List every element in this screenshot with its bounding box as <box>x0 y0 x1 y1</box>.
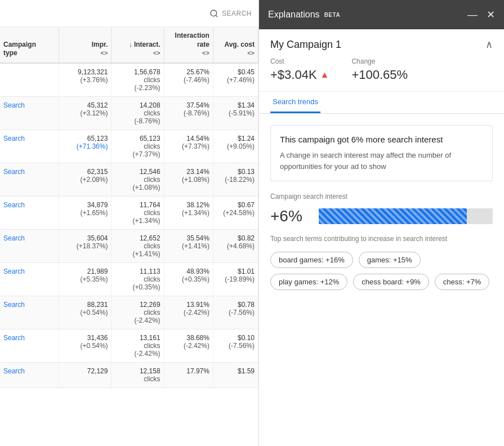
row-interact: 14,208clicks(-8.76%) <box>111 96 164 130</box>
insight-title: This campaign got 6% more search interes… <box>280 135 483 144</box>
cost-amount: +$3.04K <box>270 68 317 82</box>
row-impr: 34,879(+1.65%) <box>59 196 111 229</box>
row-cost: $0.13(-18.22%) <box>213 163 258 196</box>
row-type: Search <box>0 262 59 296</box>
row-interact: 11,764clicks(+1.34%) <box>111 196 164 229</box>
panel-header: Explanations BETA — ✕ <box>259 0 504 29</box>
row-cost: $1.59 <box>213 362 258 387</box>
table-row: Search 88,231(+0.54%) 12,269clicks(-2.42… <box>0 296 258 329</box>
search-icon-wrap: SEARCH <box>209 9 252 18</box>
table-row: Search 31,436(+0.54%) 13,161clicks(-2.42… <box>0 329 258 362</box>
tag-pill[interactable]: chess board: +9% <box>353 274 429 290</box>
row-impr: 31,436(+0.54%) <box>59 329 111 362</box>
row-type: Search <box>0 196 59 229</box>
col-interact-rate[interactable]: Interactionrate <> <box>164 27 213 63</box>
interest-section-label: Campaign search interest <box>270 193 493 200</box>
row-rate: 35.54%(+1.41%) <box>164 229 213 262</box>
table-row: Search 45,312(+3.12%) 14,208clicks(-8.76… <box>0 96 258 130</box>
insight-description: A change in search interest may affect t… <box>280 150 483 172</box>
tab-search-trends[interactable]: Search trends <box>270 92 320 113</box>
row-cost: $0.67(+24.58%) <box>213 196 258 229</box>
change-value: +100.65% <box>351 68 408 82</box>
interest-bar-container <box>319 208 493 224</box>
summary-cost: $0.45(+7.46%) <box>213 63 258 97</box>
row-impr: 88,231(+0.54%) <box>59 296 111 329</box>
summary-impr: 9,123,321(+3.76%) <box>59 63 111 97</box>
interest-bar-row: +6% <box>270 207 493 225</box>
table-row: Search 72,129 12,158clicks 17.97% $1.59 <box>0 362 258 387</box>
interest-percentage: +6% <box>270 207 310 225</box>
row-interact: 12,158clicks <box>111 362 164 387</box>
campaign-section: My Campaign 1 ∧ Cost +$3.04K ▲ Change +1… <box>259 29 504 92</box>
minimize-button[interactable]: — <box>467 10 478 20</box>
col-interact[interactable]: ↓ Interact. <> <box>111 27 164 63</box>
row-cost: $0.10(-7.56%) <box>213 329 258 362</box>
row-cost: $1.34(-5.91%) <box>213 96 258 130</box>
row-impr: 45,312(+3.12%) <box>59 96 111 130</box>
row-rate: 17.97% <box>164 362 213 387</box>
search-icon <box>209 9 218 18</box>
row-type: Search <box>0 296 59 329</box>
row-rate: 13.91%(-2.42%) <box>164 296 213 329</box>
table-panel: SEARCH Campaigntype Impr. <> ↓ Interact.… <box>0 0 259 446</box>
table-row: Search 34,879(+1.65%) 11,764clicks(+1.34… <box>0 196 258 229</box>
bar-stripes <box>319 208 467 224</box>
row-rate: 38.12%(+1.34%) <box>164 196 213 229</box>
tag-pill[interactable]: play games: +12% <box>270 274 347 290</box>
terms-label: Top search terms contributing to increas… <box>270 234 493 244</box>
close-button[interactable]: ✕ <box>487 10 495 20</box>
row-interact: 13,161clicks(-2.42%) <box>111 329 164 362</box>
row-rate: 14.54%(+7.37%) <box>164 130 213 163</box>
row-rate: 23.14%(+1.08%) <box>164 163 213 196</box>
panel-title-wrap: Explanations BETA <box>268 10 340 20</box>
row-cost: $1.01(-19.89%) <box>213 262 258 296</box>
summary-row: 9,123,321(+3.76%) 1,56,678clicks(-2.23%)… <box>0 63 258 97</box>
row-type: Search <box>0 96 59 130</box>
row-impr: 35,604(+18.37%) <box>59 229 111 262</box>
tag-pill[interactable]: board games: +16% <box>270 252 353 268</box>
chevron-up-icon[interactable]: ∧ <box>485 38 493 51</box>
row-type: Search <box>0 130 59 163</box>
panel-body: My Campaign 1 ∧ Cost +$3.04K ▲ Change +1… <box>259 29 504 446</box>
row-rate: 48.93%(+0.35%) <box>164 262 213 296</box>
change-label: Change <box>351 57 408 65</box>
row-impr: 62,315(+2.08%) <box>59 163 111 196</box>
svg-point-0 <box>211 10 217 16</box>
tags-grid: board games: +16%games: +15%play games: … <box>270 252 493 290</box>
col-campaign-type[interactable]: Campaigntype <box>0 27 59 63</box>
cost-value: +$3.04K ▲ <box>270 68 329 82</box>
table-row: Search 21,989(+5.35%) 11,113clicks(+0.35… <box>0 262 258 296</box>
cost-block: Cost +$3.04K ▲ <box>270 57 329 82</box>
col-avg-cost[interactable]: Avg. cost <> <box>213 27 258 63</box>
summary-interact: 1,56,678clicks(-2.23%) <box>111 63 164 97</box>
row-interact: 12,652clicks(+1.41%) <box>111 229 164 262</box>
row-cost: $0.82(+4.68%) <box>213 229 258 262</box>
up-arrow-icon: ▲ <box>320 70 329 80</box>
row-impr: 65,123(+71.36%) <box>59 130 111 163</box>
row-type: Search <box>0 329 59 362</box>
tag-pill[interactable]: games: +15% <box>359 252 421 268</box>
table-scroll[interactable]: Campaigntype Impr. <> ↓ Interact. <> Int… <box>0 27 258 446</box>
cost-change-row: Cost +$3.04K ▲ Change +100.65% <box>259 57 504 91</box>
change-block: Change +100.65% <box>351 57 408 82</box>
table-row: Search 62,315(+2.08%) 12,546clicks(+1.08… <box>0 163 258 196</box>
bar-fill <box>319 208 467 224</box>
svg-line-1 <box>216 15 217 17</box>
tag-pill[interactable]: chess: +7% <box>435 274 490 290</box>
tabs-row: Search trends <box>259 92 504 114</box>
col-impr[interactable]: Impr. <> <box>59 27 111 63</box>
campaign-header: My Campaign 1 ∧ <box>259 29 504 57</box>
row-interact: 65,123clicks(+7.37%) <box>111 130 164 163</box>
row-rate: 37.54%(-8.76%) <box>164 96 213 130</box>
right-panel: Explanations BETA — ✕ My Campaign 1 ∧ Co… <box>259 0 504 446</box>
row-type: Search <box>0 362 59 387</box>
content-area: This campaign got 6% more search interes… <box>259 114 504 301</box>
search-label: SEARCH <box>222 10 252 17</box>
row-cost: $1.24(+9.05%) <box>213 130 258 163</box>
tab-label: Search trends <box>273 97 318 106</box>
table-row: Search 65,123(+71.36%) 65,123clicks(+7.3… <box>0 130 258 163</box>
summary-rate: 25.67%(-7.46%) <box>164 63 213 97</box>
row-interact: 12,546clicks(+1.08%) <box>111 163 164 196</box>
panel-controls: — ✕ <box>467 10 495 20</box>
summary-type <box>0 63 59 97</box>
